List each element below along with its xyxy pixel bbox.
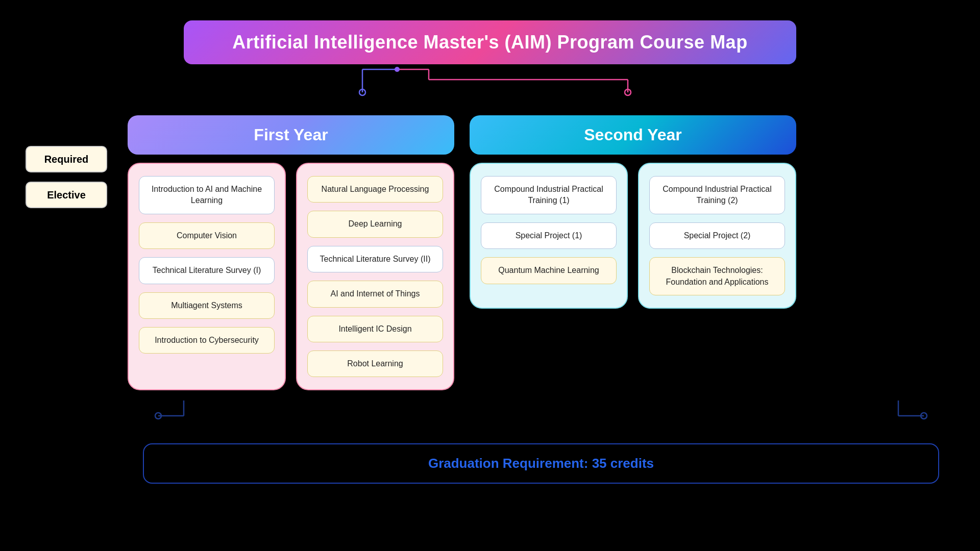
semester-4-panel: Compound Industrial Practical Training (…	[638, 163, 796, 309]
first-year-semesters: Introduction to AI and Machine Learning …	[128, 163, 454, 390]
course-card: Compound Industrial Practical Training (…	[481, 176, 617, 214]
svg-point-8	[395, 67, 400, 72]
first-year-group: First Year Introduction to AI and Machin…	[128, 115, 454, 390]
course-card: Intelligent IC Design	[307, 316, 443, 342]
graduation-bar: Graduation Requirement: 35 credits	[143, 443, 939, 484]
legend-required: Required	[26, 146, 107, 172]
course-card: Introduction to Cybersecurity	[139, 327, 275, 354]
second-year-semesters: Compound Industrial Practical Training (…	[470, 163, 796, 309]
semester-3-panel: Compound Industrial Practical Training (…	[470, 163, 628, 309]
top-connector-svg	[26, 64, 954, 110]
course-card: Deep Learning	[307, 211, 443, 237]
years-container: First Year Introduction to AI and Machin…	[128, 115, 954, 390]
course-card: AI and Internet of Things	[307, 281, 443, 307]
semester-2-panel: Natural Language Processing Deep Learnin…	[296, 163, 454, 390]
title-banner: Artificial Intelligence Master's (AIM) P…	[184, 20, 796, 64]
course-card: Technical Literature Survey (I)	[139, 257, 275, 284]
second-year-header: Second Year	[470, 115, 796, 155]
course-card: Multiagent Systems	[139, 292, 275, 319]
legend-elective: Elective	[26, 182, 107, 208]
page-title: Artificial Intelligence Master's (AIM) P…	[214, 32, 766, 53]
second-year-group: Second Year Compound Industrial Practica…	[470, 115, 796, 390]
legend: Required Elective	[26, 146, 107, 208]
semester-1-panel: Introduction to AI and Machine Learning …	[128, 163, 286, 390]
course-card: Compound Industrial Practical Training (…	[649, 176, 785, 214]
first-year-header: First Year	[128, 115, 454, 155]
course-card: Introduction to AI and Machine Learning	[139, 176, 275, 214]
course-card: Technical Literature Survey (II)	[307, 246, 443, 272]
course-card: Robot Learning	[307, 350, 443, 377]
main-content: Required Elective First Year Introductio…	[26, 115, 954, 390]
course-card: Special Project (2)	[649, 222, 785, 249]
graduation-connector	[143, 400, 939, 431]
course-card: Computer Vision	[139, 222, 275, 249]
course-card: Quantum Machine Learning	[481, 257, 617, 284]
graduation-section: Graduation Requirement: 35 credits	[143, 400, 939, 484]
course-card: Natural Language Processing	[307, 176, 443, 203]
course-card: Special Project (1)	[481, 222, 617, 249]
course-card: Blockchain Technologies: Foundation and …	[649, 257, 785, 295]
